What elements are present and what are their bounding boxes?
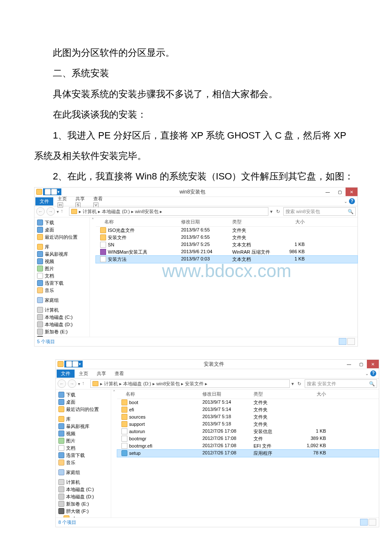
- file-row[interactable]: ISO光盘文件 2013/9/7 6:55 文件夹: [96, 227, 357, 234]
- col-type[interactable]: 类型: [232, 219, 279, 225]
- minimize-button[interactable]: —: [322, 188, 334, 196]
- nav-item[interactable]: 视频: [35, 258, 89, 265]
- tab-home[interactable]: 主页: [75, 370, 92, 378]
- breadcrumb[interactable]: ▸ 计算机 ▸ 本地磁盘 (D:) ▸ win8安装包 ▸ 安装文件 ▸: [100, 381, 208, 387]
- nav-item-drive-e[interactable]: 新加卷 (E:): [35, 328, 89, 335]
- qat-icon[interactable]: [72, 361, 78, 367]
- nav-item-downloads[interactable]: 下载: [56, 391, 111, 399]
- nav-item[interactable]: 图片: [35, 265, 89, 272]
- tab-home[interactable]: 主页H: [53, 195, 71, 208]
- tab-view[interactable]: 查看V: [89, 195, 107, 208]
- nav-item-drive-c[interactable]: 本地磁盘 (C:): [56, 486, 111, 493]
- nav-item[interactable]: gho: [56, 515, 111, 517]
- tab-file[interactable]: 文件: [35, 197, 53, 205]
- nav-item-libraries[interactable]: 库: [35, 243, 89, 251]
- nav-history-dropdown[interactable]: ▾: [57, 209, 59, 214]
- file-row[interactable]: support 2013/9/7 5:18文件夹: [117, 421, 379, 428]
- qat-icon[interactable]: [66, 361, 72, 367]
- nav-item-desktop[interactable]: 桌面: [56, 399, 111, 406]
- nav-item[interactable]: 文档: [56, 445, 111, 452]
- nav-item[interactable]: 文档: [35, 272, 89, 280]
- chevron-down-icon[interactable]: ⌄: [365, 371, 369, 376]
- nav-item-computer[interactable]: 计算机: [35, 306, 89, 314]
- nav-item-recent[interactable]: 最近访问的位置: [56, 406, 111, 413]
- col-date[interactable]: 修改日期: [202, 391, 254, 397]
- help-icon[interactable]: ?: [349, 198, 355, 204]
- breadcrumb[interactable]: ▸ 计算机 ▸ 本地磁盘 (D:) ▸ win8安装包 ▸: [79, 208, 162, 215]
- qat-dropdown-icon[interactable]: ▾: [58, 190, 60, 194]
- maximize-button[interactable]: ▢: [334, 188, 346, 196]
- addr-dropdown-icon[interactable]: ▾: [291, 381, 294, 387]
- nav-item-drive-f[interactable]: 胆大饶 (F:): [35, 335, 89, 337]
- nav-item-downloads[interactable]: 下载: [35, 219, 89, 226]
- file-row[interactable]: autorun 2012/7/26 17:08安装信息1 KB: [117, 428, 379, 435]
- nav-back-button[interactable]: ←: [58, 379, 66, 388]
- nav-item-homegroup[interactable]: 家庭组: [35, 297, 89, 304]
- nav-item[interactable]: 音乐: [35, 287, 89, 294]
- addr-dropdown-icon[interactable]: ▾: [270, 209, 273, 214]
- qat-icon[interactable]: [45, 189, 51, 195]
- nav-forward-button[interactable]: →: [46, 207, 55, 216]
- col-type[interactable]: 类型: [254, 391, 300, 397]
- nav-item-drive-c[interactable]: 本地磁盘 (C:): [35, 314, 89, 321]
- file-row[interactable]: sources 2013/9/7 5:18文件夹: [117, 413, 379, 421]
- refresh-button[interactable]: ↻: [296, 381, 303, 387]
- address-bar[interactable]: ▸ 计算机 ▸ 本地磁盘 (D:) ▸ win8安装包 ▸ 安装文件 ▸: [90, 379, 290, 388]
- tab-share[interactable]: 共享S: [71, 195, 89, 208]
- file-row[interactable]: bootmgr 2012/7/26 17:08文件389 KB: [117, 435, 379, 442]
- view-icons-button[interactable]: [347, 338, 355, 345]
- nav-item-drive-d[interactable]: 本地磁盘 (D:): [56, 493, 111, 500]
- minimize-button[interactable]: —: [343, 360, 355, 368]
- nav-item-drive-e[interactable]: 新加卷 (E:): [56, 500, 111, 508]
- close-button[interactable]: ✕: [346, 188, 357, 196]
- file-row-selected[interactable]: 安装方法 2013/9/7 0:03 文本文档 1 KB: [96, 256, 357, 263]
- nav-back-button[interactable]: ←: [36, 207, 45, 216]
- qat-dropdown-icon[interactable]: ▾: [79, 362, 81, 366]
- titlebar[interactable]: ▾ 安装文件 — ▢ ✕: [56, 360, 379, 369]
- nav-item-libraries[interactable]: 库: [56, 416, 111, 423]
- file-row[interactable]: boot 2013/9/7 5:14文件夹: [117, 399, 379, 406]
- column-headers[interactable]: 名称 修改日期 类型 大小: [96, 217, 357, 227]
- nav-up-button[interactable]: ↑: [61, 208, 67, 215]
- scroll-up-icon[interactable]: ˄: [111, 390, 117, 517]
- nav-item[interactable]: 音乐: [56, 459, 111, 466]
- view-details-button[interactable]: [339, 338, 346, 345]
- file-row[interactable]: WIN$Man安装工具 2013/9/6 21:04 WinRAR 压缩文件 9…: [96, 249, 357, 256]
- chevron-down-icon[interactable]: ⌄: [344, 199, 347, 204]
- view-details-button[interactable]: [360, 519, 368, 526]
- col-size[interactable]: 大小: [300, 391, 334, 397]
- refresh-button[interactable]: ↻: [274, 209, 282, 214]
- col-size[interactable]: 大小: [279, 219, 313, 225]
- nav-item-desktop[interactable]: 桌面: [35, 226, 89, 234]
- nav-item[interactable]: 暴风影视库: [35, 251, 89, 258]
- file-row[interactable]: efi 2013/9/7 5:14文件夹: [117, 406, 379, 413]
- file-row-selected[interactable]: setup 2012/7/26 17:08应用程序78 KB: [117, 450, 379, 457]
- file-row[interactable]: bootmgr.efi 2012/7/26 17:08EFI 文件1,092 K…: [117, 442, 379, 450]
- address-bar[interactable]: ▸ 计算机 ▸ 本地磁盘 (D:) ▸ win8安装包 ▸: [69, 207, 268, 216]
- nav-item-drive-d[interactable]: 本地磁盘 (D:): [35, 321, 89, 328]
- tab-view[interactable]: 查看: [110, 370, 128, 378]
- qat-icon[interactable]: [51, 189, 57, 195]
- close-button[interactable]: ✕: [367, 360, 379, 368]
- nav-item[interactable]: 视频: [56, 430, 111, 437]
- help-icon[interactable]: ?: [370, 370, 376, 376]
- tab-file[interactable]: 文件: [57, 370, 75, 378]
- nav-item-recent[interactable]: 最近访问的位置: [35, 234, 89, 241]
- scroll-up-icon[interactable]: ˄: [90, 217, 96, 337]
- nav-item[interactable]: 迅雷下载: [35, 280, 89, 287]
- nav-item[interactable]: 迅雷下载: [56, 452, 111, 459]
- search-input[interactable]: 搜索 安装文件 🔍: [305, 379, 377, 388]
- nav-item[interactable]: 图片: [56, 437, 111, 445]
- file-row[interactable]: SN 2013/9/7 5:25 文本文档 1 KB: [96, 241, 357, 249]
- nav-item[interactable]: 暴风影视库: [56, 423, 111, 430]
- nav-up-button[interactable]: ↑: [82, 380, 89, 387]
- file-row[interactable]: 安装文件 2013/9/7 6:55 文件夹: [96, 234, 357, 241]
- nav-forward-button[interactable]: →: [68, 379, 76, 388]
- nav-history-dropdown[interactable]: ▾: [78, 382, 80, 386]
- nav-item-homegroup[interactable]: 家庭组: [56, 469, 111, 476]
- maximize-button[interactable]: ▢: [355, 360, 367, 368]
- nav-item-drive-f[interactable]: 胆大饶 (F:): [56, 508, 111, 515]
- col-date[interactable]: 修改日期: [181, 219, 232, 225]
- tab-share[interactable]: 共享: [92, 370, 110, 378]
- view-icons-button[interactable]: [369, 519, 376, 526]
